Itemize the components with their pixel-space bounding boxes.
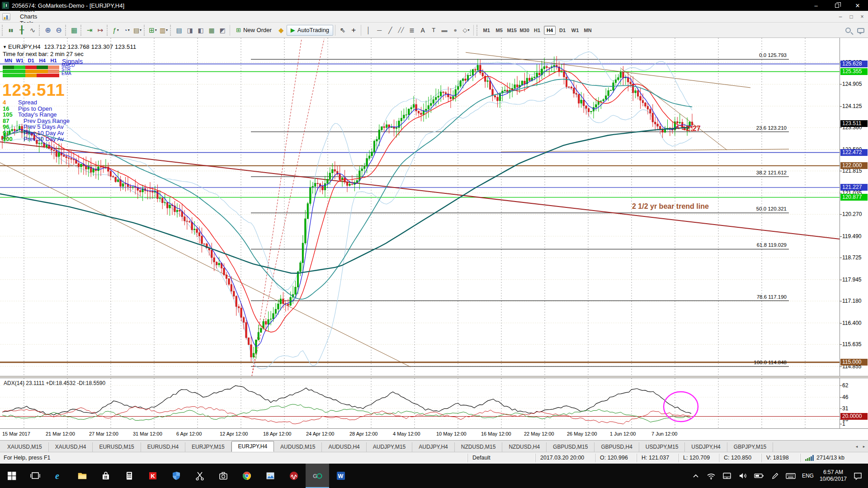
line-chart-icon[interactable]: ∿ bbox=[27, 25, 38, 36]
autotrading-button[interactable]: ▶AutoTrading bbox=[287, 25, 333, 36]
strategy-tester-icon[interactable]: ◩ bbox=[217, 25, 228, 36]
periods-icon[interactable]: ◔▾ bbox=[121, 25, 132, 36]
word-icon[interactable]: W bbox=[329, 464, 353, 488]
collapse-arrow-icon[interactable]: ▼ bbox=[3, 45, 7, 49]
tray-chevron-icon[interactable] bbox=[691, 471, 700, 480]
battery-icon[interactable] bbox=[754, 471, 764, 480]
timeframe-m15[interactable]: M15 bbox=[506, 26, 518, 35]
tab-eurjpy-h4[interactable]: EURJPY,H4 bbox=[231, 441, 274, 452]
tab-scroll-left[interactable]: ◂ bbox=[854, 443, 860, 450]
clock[interactable]: 6:57 AM10/06/2017 bbox=[820, 469, 847, 483]
timeframe-m1[interactable]: M1 bbox=[481, 26, 492, 35]
tab-nzdusd-h4[interactable]: NZDUSD,H4 bbox=[502, 442, 547, 452]
touchpad-icon[interactable] bbox=[722, 471, 732, 480]
keepass-icon[interactable]: K bbox=[141, 464, 165, 488]
timeframe-h1[interactable]: H1 bbox=[531, 26, 543, 35]
navigator-icon[interactable]: ◧ bbox=[195, 25, 206, 36]
search-icon[interactable] bbox=[845, 28, 851, 33]
chat-icon[interactable] bbox=[857, 28, 864, 33]
data-window-icon[interactable]: ◨ bbox=[184, 25, 195, 36]
bar-chart-icon[interactable]: ▮▮ bbox=[5, 25, 16, 36]
rectangle-icon[interactable]: ▬ bbox=[439, 25, 450, 36]
market-watch-icon[interactable]: ▤ bbox=[174, 25, 184, 36]
march-downtrend-line[interactable] bbox=[0, 163, 410, 367]
chart-shift-icon[interactable]: ↦ bbox=[95, 25, 106, 36]
candlestick-chart-icon[interactable]: ╂ bbox=[16, 25, 27, 36]
tab-eurusd-m15[interactable]: EURUSD,M15 bbox=[93, 442, 141, 452]
camera-icon[interactable] bbox=[212, 464, 235, 488]
tab-eurjpy-m15[interactable]: EURJPY,M15 bbox=[185, 442, 231, 452]
auto-scroll-icon[interactable]: ⇥ bbox=[84, 25, 95, 36]
calculator-icon[interactable] bbox=[118, 464, 141, 488]
trendline-icon[interactable]: ╱ bbox=[385, 25, 396, 36]
timeframe-m5[interactable]: M5 bbox=[493, 26, 505, 35]
notification-icon[interactable] bbox=[853, 471, 863, 480]
zoom-out-icon[interactable]: ⊖ bbox=[53, 25, 64, 36]
file-explorer-icon[interactable] bbox=[71, 464, 94, 488]
profiles-icon[interactable]: ▥▾ bbox=[158, 25, 169, 36]
timeframe-h4[interactable]: H4 bbox=[544, 26, 556, 35]
crosshair-icon[interactable]: + bbox=[348, 25, 359, 36]
tab-usdjpy-h4[interactable]: USDJPY,H4 bbox=[685, 442, 727, 452]
restore-button[interactable] bbox=[826, 0, 847, 11]
text-label-icon[interactable]: T bbox=[428, 25, 439, 36]
defender-icon[interactable] bbox=[165, 464, 188, 488]
chart-window[interactable]: 0.0 125.79323.6 123.21038.2 121.61250.0 … bbox=[0, 38, 868, 440]
gomarkets-mt4-icon[interactable]: G bbox=[306, 464, 329, 488]
menu-insert[interactable]: Insert bbox=[14, 6, 47, 13]
child-restore-button[interactable]: □ bbox=[846, 13, 856, 21]
arrows-icon[interactable]: ◇▾ bbox=[461, 25, 472, 36]
menu-view[interactable]: View bbox=[14, 0, 47, 6]
close-button[interactable]: ✕ bbox=[847, 0, 868, 11]
channel-icon[interactable]: ╱╱ bbox=[396, 25, 406, 36]
tab-audusd-m15[interactable]: AUDUSD,M15 bbox=[274, 442, 322, 452]
tab-eurusd-h4[interactable]: EURUSD,H4 bbox=[141, 442, 185, 452]
pen-icon[interactable] bbox=[770, 471, 779, 480]
zoom-in-icon[interactable]: ⊕ bbox=[42, 25, 53, 36]
steep-channel-line-1[interactable] bbox=[252, 39, 302, 376]
new-chart-icon[interactable]: ⊞▾ bbox=[147, 25, 158, 36]
photos-icon[interactable] bbox=[259, 464, 282, 488]
price-scale[interactable]: 125.685124.905124.125123.360122.580121.8… bbox=[840, 38, 868, 428]
horizontal-line-icon[interactable]: ─ bbox=[374, 25, 385, 36]
tab-nzdusd-m15[interactable]: NZDUSD,M15 bbox=[455, 442, 503, 452]
indicators-icon[interactable]: ƒ▾ bbox=[110, 25, 121, 36]
tab-gbpusd-m15[interactable]: GBPUSD,M15 bbox=[547, 442, 594, 452]
volume-icon[interactable] bbox=[738, 471, 748, 480]
time-axis[interactable]: 15 Mar 201721 Mar 12:0027 Mar 12:0031 Ma… bbox=[0, 428, 868, 440]
chrome-icon[interactable] bbox=[235, 464, 259, 488]
upper-wedge-line[interactable] bbox=[466, 52, 750, 88]
tile-windows-icon[interactable]: ▦ bbox=[69, 25, 80, 36]
timeframe-mn[interactable]: MN bbox=[582, 26, 594, 35]
steep-wedge-line[interactable] bbox=[620, 68, 727, 150]
tab-gbpjpy-m15[interactable]: GBPJPY,M15 bbox=[727, 442, 773, 452]
fibonacci-icon[interactable]: ≣ bbox=[406, 25, 417, 36]
pane-divider[interactable] bbox=[0, 376, 868, 378]
tab-xauusd-h4[interactable]: XAUUSD,H4 bbox=[49, 442, 93, 452]
wifi-icon[interactable] bbox=[706, 471, 716, 480]
child-minimize-button[interactable]: – bbox=[835, 13, 845, 21]
tab-usdjpy-m15[interactable]: USDJPY,M15 bbox=[639, 442, 685, 452]
tab-audjpy-h4[interactable]: AUDJPY,H4 bbox=[412, 442, 454, 452]
tab-xauusd-m15[interactable]: XAUUSD,M15 bbox=[1, 442, 49, 452]
child-close-button[interactable]: × bbox=[857, 13, 867, 21]
timeframe-d1[interactable]: D1 bbox=[557, 26, 568, 35]
keyboard-icon[interactable] bbox=[785, 471, 796, 480]
new-order-button[interactable]: ⊞New Order bbox=[232, 25, 276, 36]
minimize-button[interactable]: – bbox=[806, 0, 826, 11]
menu-charts[interactable]: Charts bbox=[14, 13, 47, 20]
store-icon[interactable] bbox=[94, 464, 118, 488]
tab-gbpusd-h4[interactable]: GBPUSD,H4 bbox=[594, 442, 639, 452]
templates-icon[interactable]: ▤▾ bbox=[132, 25, 143, 36]
edge-icon[interactable]: e bbox=[47, 464, 71, 488]
flat-resistance-line[interactable] bbox=[501, 149, 789, 152]
task-view-icon[interactable] bbox=[24, 464, 47, 488]
timeframe-w1[interactable]: W1 bbox=[569, 26, 581, 35]
adx-highlight-circle[interactable] bbox=[664, 392, 698, 422]
ellipse-icon[interactable]: ● bbox=[450, 25, 461, 36]
terminal-icon[interactable]: ▦ bbox=[206, 25, 217, 36]
tab-audjpy-m15[interactable]: AUDJPY,M15 bbox=[367, 442, 412, 452]
status-profile[interactable]: Default bbox=[467, 454, 535, 462]
tab-scroll-right[interactable]: ▸ bbox=[861, 443, 867, 450]
language-indicator[interactable]: ENG bbox=[802, 473, 814, 479]
